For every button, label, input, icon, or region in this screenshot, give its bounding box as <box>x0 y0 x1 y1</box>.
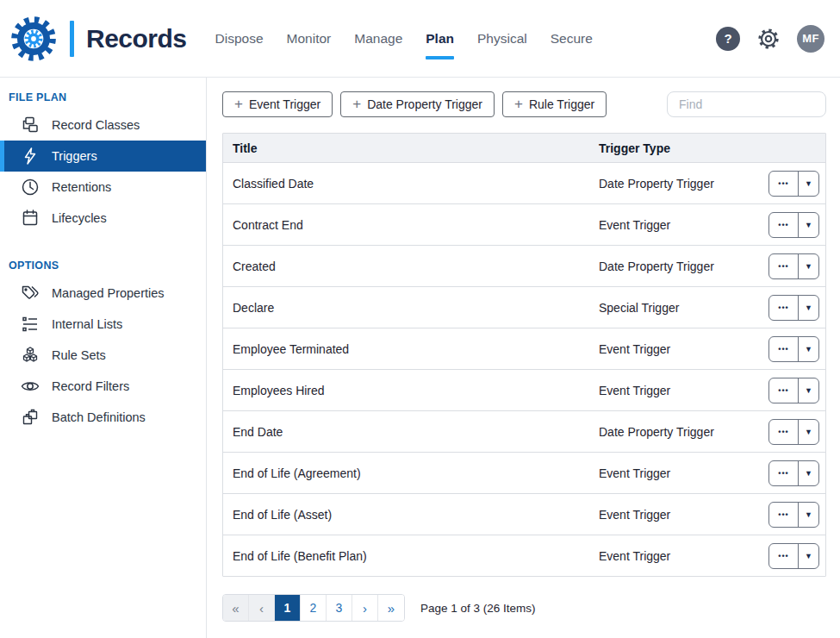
row-actions-split-button: ••• ▼ <box>768 212 819 238</box>
row-dropdown-caret-icon[interactable]: ▼ <box>799 213 818 237</box>
row-dropdown-caret-icon[interactable]: ▼ <box>799 254 818 278</box>
row-dropdown-caret-icon[interactable]: ▼ <box>799 544 818 568</box>
row-menu-button[interactable]: ••• <box>769 172 799 196</box>
page-button-1[interactable]: 1 <box>275 595 301 621</box>
row-trigger-type: Event Trigger <box>599 342 760 356</box>
plus-icon: + <box>352 97 361 111</box>
row-title: Classified Date <box>223 177 599 191</box>
settings-gear-icon[interactable] <box>755 25 782 53</box>
row-title: Contract End <box>223 218 599 232</box>
sidebar-item-triggers[interactable]: Triggers <box>0 141 206 172</box>
page-summary: Page 1 of 3 (26 Items) <box>420 602 536 615</box>
table-row[interactable]: Employees Hired Event Trigger ••• ▼ <box>223 369 825 410</box>
row-title: Employee Terminated <box>223 342 599 356</box>
sidebar-item-label: Retentions <box>52 180 111 194</box>
row-menu-button[interactable]: ••• <box>769 296 799 320</box>
row-title: Declare <box>223 301 599 315</box>
row-actions-split-button: ••• ▼ <box>768 502 819 528</box>
page-button-3[interactable]: 3 <box>327 595 352 621</box>
sidebar-item-record-filters[interactable]: Record Filters <box>0 371 206 402</box>
triggers-table: Title Trigger Type Classified Date Date … <box>222 133 826 577</box>
row-menu-button[interactable]: ••• <box>769 254 799 278</box>
row-menu-button[interactable]: ••• <box>769 378 799 403</box>
toolbar: + Event Trigger + Date Property Trigger … <box>222 91 826 117</box>
nav-tab-plan[interactable]: Plan <box>426 26 454 52</box>
next-page-button[interactable]: › <box>352 595 378 621</box>
row-title: Employees Hired <box>223 384 599 397</box>
table-row[interactable]: Created Date Property Trigger ••• ▼ <box>223 245 825 286</box>
sidebar-section-title: OPTIONS <box>0 251 206 278</box>
table-row[interactable]: End of Life (Benefit Plan) Event Trigger… <box>223 535 825 576</box>
nav-tab-secure[interactable]: Secure <box>551 26 593 52</box>
list-icon <box>20 314 40 335</box>
cubes-icon <box>20 345 40 366</box>
table-header-row: Title Trigger Type <box>223 134 825 162</box>
row-title: End of Life (Agreement) <box>223 466 599 480</box>
sidebar-item-label: Rule Sets <box>52 348 106 362</box>
app-logo[interactable] <box>9 14 59 64</box>
row-menu-button[interactable]: ••• <box>769 420 799 444</box>
row-menu-button[interactable]: ••• <box>769 503 799 527</box>
add-date-property-trigger-button[interactable]: + Date Property Trigger <box>340 91 495 117</box>
sidebar-item-retentions[interactable]: Retentions <box>0 172 206 203</box>
nav-tab-manage[interactable]: Manage <box>354 26 402 52</box>
sidebar-item-batch-definitions[interactable]: Batch Definitions <box>0 402 206 433</box>
row-dropdown-caret-icon[interactable]: ▼ <box>799 378 818 403</box>
sidebar-item-lifecycles[interactable]: Lifecycles <box>0 203 206 234</box>
page-button-2[interactable]: 2 <box>301 595 327 621</box>
row-menu-button[interactable]: ••• <box>769 544 799 568</box>
column-header-title: Title <box>223 141 599 155</box>
row-menu-button[interactable]: ••• <box>769 461 799 485</box>
table-row[interactable]: End Date Date Property Trigger ••• ▼ <box>223 410 825 452</box>
help-icon[interactable]: ? <box>716 27 740 51</box>
row-actions-split-button: ••• ▼ <box>768 378 819 403</box>
header-actions: ? MF <box>716 25 824 53</box>
table-row[interactable]: Contract End Event Trigger ••• ▼ <box>223 203 825 245</box>
row-dropdown-caret-icon[interactable]: ▼ <box>799 296 818 320</box>
eye-icon <box>20 376 40 397</box>
row-trigger-type: Event Trigger <box>599 384 760 397</box>
row-menu-button[interactable]: ••• <box>769 213 799 237</box>
nav-tab-physical[interactable]: Physical <box>477 26 527 52</box>
column-header-trigger-type: Trigger Type <box>599 141 760 155</box>
row-dropdown-caret-icon[interactable]: ▼ <box>799 420 818 444</box>
row-dropdown-caret-icon[interactable]: ▼ <box>799 337 818 361</box>
avatar[interactable]: MF <box>797 25 824 53</box>
table-row[interactable]: Classified Date Date Property Trigger ••… <box>223 162 825 203</box>
table-row[interactable]: Employee Terminated Event Trigger ••• ▼ <box>223 328 825 369</box>
last-page-button[interactable]: » <box>378 595 404 621</box>
table-row[interactable]: End of Life (Asset) Event Trigger ••• ▼ <box>223 493 825 535</box>
row-dropdown-caret-icon[interactable]: ▼ <box>799 503 818 527</box>
sidebar-item-managed-properties[interactable]: Managed Properties <box>0 278 206 309</box>
row-actions-split-button: ••• ▼ <box>768 336 819 362</box>
row-trigger-type: Date Property Trigger <box>599 425 760 439</box>
row-trigger-type: Event Trigger <box>599 508 760 522</box>
row-title: End Date <box>223 425 599 439</box>
calendar-icon <box>20 208 40 228</box>
table-row[interactable]: Declare Special Trigger ••• ▼ <box>223 286 825 328</box>
row-actions-split-button: ••• ▼ <box>768 171 819 197</box>
row-title: End of Life (Benefit Plan) <box>223 549 599 563</box>
sidebar-item-internal-lists[interactable]: Internal Lists <box>0 309 206 340</box>
first-page-button[interactable]: « <box>223 595 249 621</box>
sidebar-item-rule-sets[interactable]: Rule Sets <box>0 340 206 371</box>
row-menu-button[interactable]: ••• <box>769 337 799 361</box>
prev-page-button[interactable]: ‹ <box>249 595 275 621</box>
page-title: Records <box>86 24 187 53</box>
app-header: Records Dispose Monitor Manage Plan Phys… <box>0 0 840 78</box>
nav-tab-monitor[interactable]: Monitor <box>287 26 332 52</box>
row-dropdown-caret-icon[interactable]: ▼ <box>799 172 818 196</box>
main-content: + Event Trigger + Date Property Trigger … <box>207 78 840 638</box>
nav-tab-dispose[interactable]: Dispose <box>215 26 264 52</box>
table-row[interactable]: End of Life (Agreement) Event Trigger ••… <box>223 452 825 493</box>
lightning-bolt-icon <box>20 146 40 166</box>
sidebar-item-label: Record Filters <box>52 379 129 393</box>
main-nav: Dispose Monitor Manage Plan Physical Sec… <box>215 26 593 52</box>
find-input[interactable] <box>667 91 826 117</box>
row-title: Created <box>223 260 599 273</box>
row-dropdown-caret-icon[interactable]: ▼ <box>799 461 818 485</box>
row-actions-split-button: ••• ▼ <box>768 460 819 486</box>
add-event-trigger-button[interactable]: + Event Trigger <box>222 91 333 117</box>
add-rule-trigger-button[interactable]: + Rule Trigger <box>502 91 607 117</box>
sidebar-item-record-classes[interactable]: Record Classes <box>0 109 206 141</box>
